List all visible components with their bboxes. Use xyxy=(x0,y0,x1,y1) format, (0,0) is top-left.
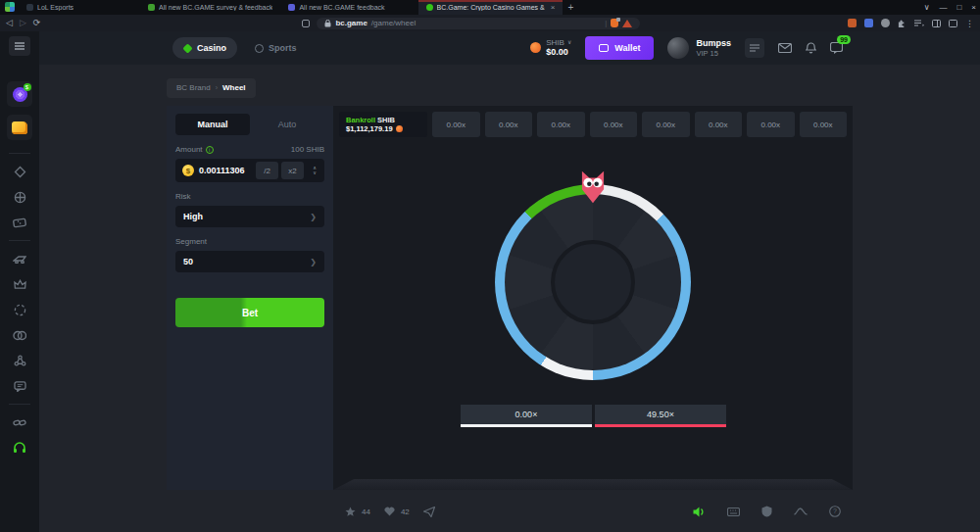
share-icon[interactable] xyxy=(423,507,435,517)
bankroll-display: Bankroll SHIB $1,112,179.19 xyxy=(339,112,427,137)
extension-triangle-icon[interactable] xyxy=(622,20,632,27)
wallet-icon xyxy=(599,44,609,52)
avatar xyxy=(667,37,689,59)
double-bet-button[interactable]: x2 xyxy=(281,162,304,179)
window-chevron-icon[interactable]: ∨ xyxy=(924,3,930,12)
chevron-right-icon: ❯ xyxy=(310,213,317,221)
amount-input[interactable]: $ 0.00111306 /2 x2 ∧ ∨ xyxy=(175,159,324,182)
user-profile[interactable]: Bumpss VIP 15 xyxy=(667,37,731,59)
history-multiplier-button[interactable]: 0.00x xyxy=(485,112,533,137)
history-multiplier-button[interactable]: 0.00x xyxy=(590,112,638,137)
address-bar[interactable]: bc.game/game/wheel | xyxy=(317,18,640,29)
browser-tab-lol[interactable]: LoL Esports xyxy=(19,0,81,15)
sidebar-item-spin[interactable] xyxy=(0,297,39,322)
browser-tab-feedback[interactable]: All new BC.GAME feedback xyxy=(280,0,392,15)
tab-favicon xyxy=(26,4,33,11)
puzzle-icon[interactable] xyxy=(898,19,906,27)
mail-icon[interactable] xyxy=(778,43,792,53)
forward-icon: ▷ xyxy=(20,19,26,27)
history-multiplier-button[interactable]: 0.00x xyxy=(747,112,795,137)
sidebar-menu-button[interactable] xyxy=(9,36,30,56)
currency-selector[interactable]: SHIB∨ $0.00 xyxy=(530,38,571,58)
wallet-button[interactable]: Wallet xyxy=(585,36,654,60)
tab-label: All new BC.GAME feedback xyxy=(299,4,384,11)
sidebar-item-tokens[interactable] xyxy=(0,322,39,348)
live-stats-icon[interactable] xyxy=(794,508,808,515)
window-close-icon[interactable]: × xyxy=(971,3,976,12)
navbar-extensions: ⋮ xyxy=(848,19,974,28)
reload-icon[interactable]: ⟳ xyxy=(33,19,41,27)
tab-auto[interactable]: Auto xyxy=(250,114,324,135)
sidebar-item-forum[interactable] xyxy=(0,373,39,399)
amount-label: Amount xyxy=(175,145,203,154)
history-multiplier-button[interactable]: 0.00x xyxy=(432,112,480,137)
sidebar-item-vip[interactable] xyxy=(0,271,39,297)
sidebar-item-support[interactable] xyxy=(0,435,39,460)
heart-icon[interactable] xyxy=(384,507,395,516)
hotkeys-icon[interactable] xyxy=(727,508,740,516)
history-multiplier-button[interactable]: 0.00x xyxy=(695,112,743,137)
coin-icon: $ xyxy=(182,165,194,176)
sports-label: Sports xyxy=(269,43,297,53)
half-bet-button[interactable]: /2 xyxy=(256,162,278,179)
risk-label: Risk xyxy=(175,192,191,201)
help-icon[interactable]: ? xyxy=(829,506,841,517)
wheel-hub xyxy=(551,240,635,324)
risk-select[interactable]: High ❯ xyxy=(175,206,324,227)
workspace-icon[interactable] xyxy=(5,2,15,12)
bookmark-icon[interactable] xyxy=(302,20,310,27)
browser-tab-bcgame-active[interactable]: BC.Game: Crypto Casino Games & × xyxy=(418,0,564,15)
vip-rank-button[interactable] xyxy=(745,38,764,58)
window-minimize-icon[interactable]: — xyxy=(939,3,947,12)
star-icon[interactable] xyxy=(345,507,356,517)
bell-icon[interactable] xyxy=(806,42,816,54)
sound-icon[interactable] xyxy=(693,507,706,517)
history-multiplier-button[interactable]: 0.00x xyxy=(537,112,585,137)
window-maximize-icon[interactable]: □ xyxy=(956,3,961,12)
sidebar-item-links[interactable] xyxy=(0,410,39,435)
breadcrumb-section[interactable]: BC Brand xyxy=(176,83,211,92)
fairness-icon[interactable] xyxy=(761,506,772,517)
main-content: BC Brand › Wheel Manual Auto Amounti 100… xyxy=(39,65,980,532)
amount-stepper[interactable]: ∧ ∨ xyxy=(307,162,322,179)
tab-label: BC.Game: Crypto Casino Games & xyxy=(437,4,545,11)
tab-manual[interactable]: Manual xyxy=(175,114,250,135)
sports-tab[interactable]: Sports xyxy=(255,43,297,53)
history-multiplier-button[interactable]: 0.00x xyxy=(800,112,848,137)
left-sidebar xyxy=(0,31,39,532)
extension-blue-icon[interactable] xyxy=(864,19,873,27)
bet-button[interactable]: Bet xyxy=(175,298,324,327)
new-tab-button[interactable]: + xyxy=(563,0,578,15)
segment-select[interactable]: 50 ❯ xyxy=(175,251,324,272)
extension-shield-icon[interactable] xyxy=(611,19,618,27)
sidebar-item-affiliate[interactable] xyxy=(0,348,39,373)
sidepanel-icon[interactable] xyxy=(932,20,941,27)
playlist-icon[interactable] xyxy=(914,20,924,27)
sidebar-item-bonus[interactable] xyxy=(7,81,32,107)
sidebar-item-sports[interactable] xyxy=(0,184,39,210)
extension-orange-icon[interactable] xyxy=(848,19,857,27)
sports-ball-icon xyxy=(14,191,26,204)
chevron-down-icon: ∨ xyxy=(567,39,571,46)
tab-favicon xyxy=(148,4,155,11)
amount-value[interactable]: 0.00111306 xyxy=(199,166,253,175)
sidebar-item-casino[interactable] xyxy=(0,159,39,184)
sidebar-item-rewards[interactable] xyxy=(7,115,32,140)
stepper-down-icon[interactable]: ∨ xyxy=(313,170,317,176)
sidebar-item-lottery[interactable] xyxy=(0,210,39,235)
browser-menu-icon[interactable]: ⋮ xyxy=(965,19,974,28)
bankroll-currency: SHIB xyxy=(377,116,395,124)
chat-button[interactable]: 99 xyxy=(830,42,843,54)
media-icon[interactable] xyxy=(949,20,957,27)
sidebar-item-racing[interactable] xyxy=(0,246,39,271)
svg-text:?: ? xyxy=(833,508,837,514)
tab-close-icon[interactable]: × xyxy=(551,3,556,12)
info-icon[interactable]: i xyxy=(206,146,214,154)
site-header: Casino Sports SHIB∨ $0.00 Wallet Bumpss … xyxy=(39,31,980,65)
browser-tab-survey[interactable]: All new BC.GAME survey & feedback xyxy=(140,0,280,15)
back-icon[interactable]: ◁ xyxy=(6,19,13,27)
extension-globe-icon[interactable] xyxy=(881,19,890,27)
casino-tab[interactable]: Casino xyxy=(172,37,237,59)
result-high: 49.50× xyxy=(595,405,726,424)
history-multiplier-button[interactable]: 0.00x xyxy=(642,112,690,137)
